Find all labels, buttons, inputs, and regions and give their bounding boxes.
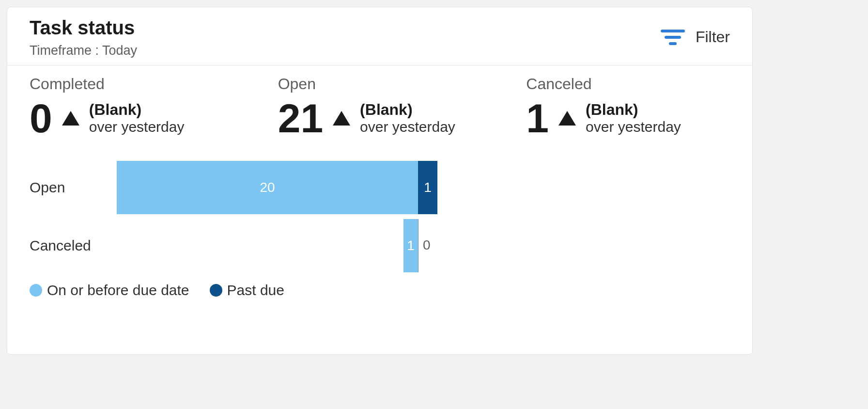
kpi-label: Open: [278, 75, 482, 93]
svg-rect-0: [661, 30, 685, 32]
legend-swatch-icon: [210, 284, 222, 297]
filter-button[interactable]: Filter: [661, 28, 730, 46]
kpi-body: 0 (Blank) over yesterday: [30, 98, 233, 139]
card-header: Task status Timeframe : Today Filter: [7, 7, 752, 65]
kpi-value: 21: [278, 98, 323, 139]
legend-past-due[interactable]: Past due: [210, 282, 284, 299]
card-subtitle: Timeframe : Today: [30, 43, 137, 58]
kpi-completed: Completed 0 (Blank) over yesterday: [7, 75, 256, 139]
chart-row-bars: 20 1: [117, 161, 730, 214]
legend-swatch-icon: [30, 284, 42, 297]
filter-label: Filter: [696, 28, 730, 46]
chart-category-label: Canceled: [30, 237, 117, 254]
filter-icon: [661, 29, 685, 46]
bar-past-due[interactable]: 1: [418, 161, 437, 214]
kpi-delta-sub: over yesterday: [586, 119, 681, 136]
card-title: Task status: [30, 16, 137, 39]
kpi-label: Canceled: [526, 75, 730, 93]
bar-value: 1: [424, 180, 432, 195]
kpi-delta-value: (Blank): [586, 101, 681, 119]
bar-past-due-value: 0: [423, 237, 431, 253]
kpi-delta: (Blank) over yesterday: [89, 101, 185, 135]
kpi-delta-sub: over yesterday: [89, 119, 185, 136]
kpi-delta-value: (Blank): [89, 101, 185, 119]
kpi-row: Completed 0 (Blank) over yesterday Open …: [7, 65, 752, 139]
kpi-open: Open 21 (Blank) over yesterday: [256, 75, 504, 139]
card-header-text: Task status Timeframe : Today: [30, 16, 137, 58]
legend-label: On or before due date: [47, 282, 189, 299]
trend-up-icon: [62, 111, 79, 126]
trend-up-icon: [558, 111, 576, 126]
svg-rect-2: [669, 42, 677, 45]
bar-value: 20: [260, 180, 275, 195]
chart-category-label: Open: [30, 179, 117, 196]
svg-rect-1: [665, 36, 681, 39]
kpi-delta: (Blank) over yesterday: [586, 101, 681, 135]
kpi-value: 0: [30, 98, 52, 139]
bar-value: 1: [407, 238, 415, 253]
chart-row-bars: 1 0: [117, 219, 730, 272]
kpi-canceled: Canceled 1 (Blank) over yesterday: [504, 75, 752, 139]
task-status-card: Task status Timeframe : Today Filter Com…: [7, 7, 753, 355]
trend-up-icon: [333, 111, 350, 126]
chart-row-canceled: Canceled 1 0: [30, 219, 730, 272]
bar-on-or-before[interactable]: 20: [117, 161, 418, 214]
kpi-delta-sub: over yesterday: [360, 119, 455, 136]
kpi-value: 1: [526, 98, 549, 139]
chart-row-open: Open 20 1: [30, 161, 730, 214]
axis-zero-line: [418, 219, 418, 272]
kpi-delta: (Blank) over yesterday: [360, 101, 455, 135]
kpi-body: 1 (Blank) over yesterday: [526, 98, 730, 139]
legend-label: Past due: [227, 282, 284, 299]
chart-legend: On or before due date Past due: [7, 272, 752, 299]
kpi-body: 21 (Blank) over yesterday: [278, 98, 482, 139]
stacked-bar-chart: Open 20 1 Canceled 1 0: [7, 139, 752, 272]
legend-on-or-before[interactable]: On or before due date: [30, 282, 189, 299]
kpi-delta-value: (Blank): [360, 101, 455, 119]
bar-on-or-before[interactable]: 1: [403, 219, 418, 272]
kpi-label: Completed: [30, 75, 233, 93]
